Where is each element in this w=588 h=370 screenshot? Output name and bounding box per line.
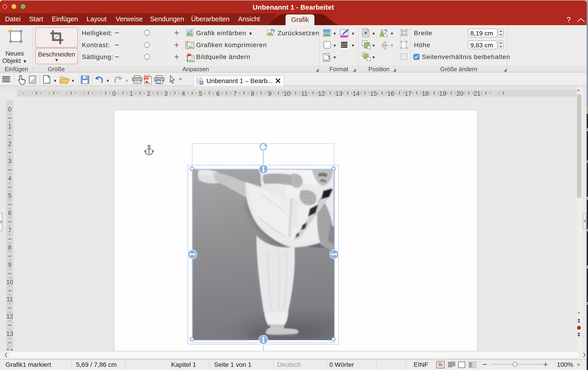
svg-text:W: W	[200, 81, 203, 84]
svg-text:PDF: PDF	[144, 76, 149, 79]
